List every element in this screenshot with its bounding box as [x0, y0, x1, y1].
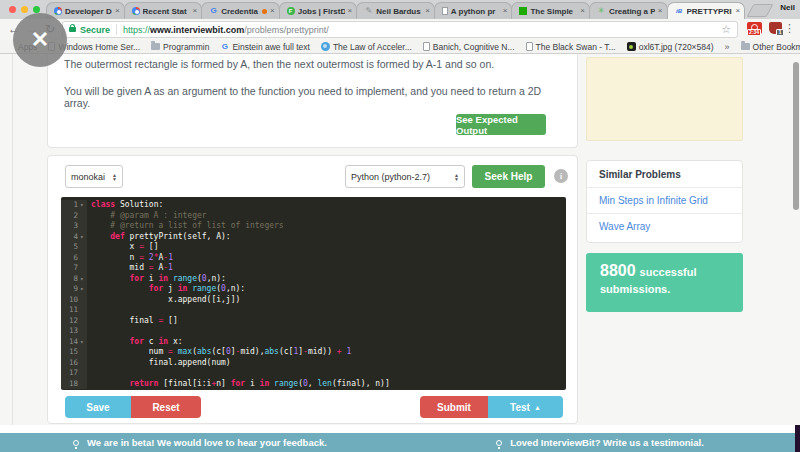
tab-close-icon[interactable]: ×	[115, 7, 120, 15]
globe-bookmark-icon	[321, 42, 330, 51]
code-line[interactable]: 16 final.append(num)	[61, 358, 566, 369]
code-line[interactable]: 1▾class Solution:	[61, 200, 566, 211]
testimonial-banner[interactable]: Loved InterviewBit? Write us a testimoni…	[400, 433, 800, 452]
code-text: x = []	[87, 242, 158, 253]
bookmark-item[interactable]: oxl6T.jpg (720×584)	[627, 42, 714, 52]
recording-stop-overlay[interactable]: ✕	[13, 13, 67, 67]
theme-select[interactable]: monokai ▲▼	[65, 165, 123, 188]
minimize-window-button[interactable]	[21, 6, 28, 13]
bookmark-item[interactable]: The Law of Acceler...	[321, 42, 412, 52]
bookmark-star-icon[interactable]: ☆	[721, 23, 731, 36]
code-text: # @param A : integer	[87, 211, 207, 222]
browser-toolbar: ← → ↻ Secure https://www.interviewbit.co…	[0, 19, 800, 40]
test-button[interactable]: Test ▲	[488, 396, 563, 418]
seek-help-button[interactable]: Seek Help	[472, 165, 545, 188]
code-line[interactable]: 6 n = 2*A-1	[61, 253, 566, 264]
code-line[interactable]: 3 # @return a list of list of integers	[61, 221, 566, 232]
browser-tab[interactable]: The Simple×	[511, 2, 590, 19]
code-line[interactable]: 7 mid = A-1	[61, 263, 566, 274]
submissions-line2: submissions.	[600, 283, 729, 295]
bookmark-item[interactable]: GEinstein awe full text	[220, 42, 309, 52]
code-line[interactable]: 18 return [final[i:i+n] for i in range(0…	[61, 379, 566, 390]
line-number: 3	[61, 221, 80, 232]
scrollbar-thumb[interactable]	[793, 62, 799, 210]
fold-gutter	[80, 368, 87, 379]
language-select[interactable]: Python (python-2.7) ▲▼	[345, 165, 465, 188]
code-line[interactable]: 4▾ def prettyPrint(self, A):	[61, 232, 566, 243]
browser-tab[interactable]: A python pr×	[434, 2, 513, 19]
code-line[interactable]: 2 # @param A : integer	[61, 211, 566, 222]
code-line[interactable]: 17	[61, 368, 566, 379]
browser-tab[interactable]: iBPRETTYPRIN×	[667, 2, 746, 19]
see-expected-output-button[interactable]: See Expected Output	[456, 114, 546, 135]
code-line[interactable]: 13	[61, 326, 566, 337]
browser-tab[interactable]: FJobs | FirstD×	[279, 2, 358, 19]
tab-close-icon[interactable]: ×	[425, 7, 430, 15]
new-tab-button[interactable]	[747, 4, 774, 17]
code-line[interactable]: 5 x = []	[61, 242, 566, 253]
fold-arrow-icon[interactable]: ▾	[80, 337, 87, 348]
bookmark-item[interactable]: Banich, Cognitive N...	[423, 42, 515, 52]
fold-arrow-icon[interactable]: ▾	[80, 284, 87, 295]
shield-extension-icon[interactable]: 1	[769, 22, 782, 34]
code-line[interactable]: 15 num = max(abs(c[0]-mid),abs(c[1]-mid)…	[61, 347, 566, 358]
fold-gutter	[80, 326, 87, 337]
similar-problems-title: Similar Problems	[587, 161, 742, 188]
code-editor[interactable]: 1▾class Solution:2 # @param A : integer3…	[61, 197, 566, 390]
fold-arrow-icon[interactable]: ▾	[80, 274, 87, 285]
page-scrollbar[interactable]	[793, 58, 799, 418]
code-line[interactable]: 9▾ for j in range(0,n):	[61, 284, 566, 295]
reset-button[interactable]: Reset	[131, 396, 201, 418]
tab-close-icon[interactable]: ×	[348, 7, 353, 15]
tab-close-icon[interactable]: ×	[658, 7, 663, 15]
similar-problems-card: Similar Problems Min Steps in Infinite G…	[586, 160, 743, 243]
bookmark-label: oxl6T.jpg (720×584)	[639, 42, 714, 52]
bookmark-label: The Law of Acceler...	[333, 42, 412, 52]
fold-arrow-icon[interactable]: ▾	[80, 232, 87, 243]
browser-tab[interactable]: ✳Creating a P×	[589, 2, 668, 19]
save-button[interactable]: Save	[65, 396, 131, 418]
tab-title: Neil Bardus	[376, 7, 422, 16]
other-bookmarks-label: Other Bookmarks	[753, 42, 800, 52]
info-icon[interactable]: i	[554, 169, 568, 183]
code-text: class Solution:	[87, 200, 163, 211]
similar-problem-link[interactable]: Wave Array	[587, 214, 742, 239]
feedback-banner[interactable]: We are in beta! We would love to hear yo…	[0, 433, 400, 452]
bookmark-item[interactable]: Programmin	[151, 42, 209, 52]
extension-count-badge: 1	[776, 29, 784, 37]
tab-close-icon[interactable]: ×	[580, 7, 585, 15]
fold-arrow-icon[interactable]: ▾	[80, 200, 87, 211]
tab-close-icon[interactable]: ×	[192, 7, 197, 15]
close-window-button[interactable]	[9, 6, 16, 13]
zoom-window-button[interactable]	[33, 6, 40, 13]
submit-button[interactable]: Submit	[420, 396, 488, 418]
code-line[interactable]: 14▾ for c in x:	[61, 337, 566, 348]
profile-name: Neil	[780, 3, 795, 12]
browser-tab[interactable]: Developer D×	[46, 2, 125, 19]
browser-tab[interactable]: GCredentia×	[201, 2, 280, 19]
code-text: num = max(abs(c[0]-mid),abs(c[1]-mid)) +…	[87, 347, 351, 358]
tab-close-icon[interactable]: ×	[503, 7, 508, 15]
bookmark-item[interactable]: The Black Swan - T...	[526, 42, 616, 52]
url-path: /problems/prettyprint/	[244, 25, 329, 35]
browser-menu-icon[interactable]: ⋮	[784, 22, 795, 35]
browser-tab[interactable]: ✎Neil Bardus×	[356, 2, 435, 19]
feedback-text: We are in beta! We would love to hear yo…	[87, 437, 327, 448]
line-number: 7	[61, 263, 80, 274]
code-line[interactable]: 10 x.append([i,j])	[61, 295, 566, 306]
problem-text-line1: The outermost rectangle is formed by A, …	[48, 58, 577, 70]
tab-close-icon[interactable]: ×	[735, 7, 740, 15]
code-line[interactable]: 8▾ for i in range(0,n):	[61, 274, 566, 285]
code-line[interactable]: 12 final = []	[61, 316, 566, 327]
img-bookmark-icon	[627, 42, 636, 51]
screen-recorder-extension-icon[interactable]: 2:34	[747, 22, 762, 34]
url-bar[interactable]: Secure https://www.interviewbit.com/prob…	[62, 21, 738, 38]
bookmarks-overflow-icon[interactable]: »	[725, 42, 730, 52]
similar-problem-link[interactable]: Min Steps in Infinite Grid	[587, 188, 742, 214]
ib-favicon-icon: iB	[675, 7, 684, 16]
line-number: 11	[61, 305, 80, 316]
other-bookmarks-button[interactable]: Other Bookmarks	[741, 42, 800, 52]
tab-close-icon[interactable]: ×	[270, 7, 275, 15]
code-line[interactable]: 11	[61, 305, 566, 316]
browser-tab[interactable]: Recent Stat×	[124, 2, 203, 19]
